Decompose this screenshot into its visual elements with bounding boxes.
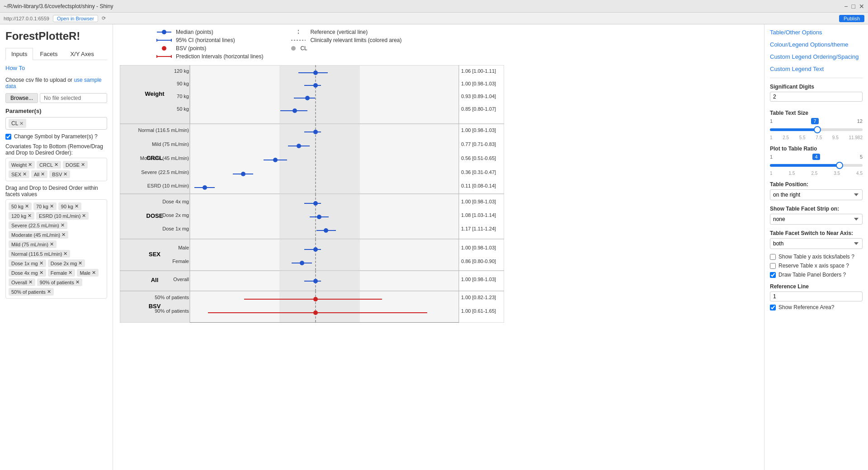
ref-line-label: Reference Line [770, 283, 863, 290]
cov-tag-sex-x[interactable]: ✕ [23, 171, 27, 177]
parameter-input[interactable]: CL ✕ [5, 117, 107, 130]
fv-mild[interactable]: Mild (75 mL/min) ✕ [9, 240, 57, 248]
svg-text:1.00 [0.98-1.03]: 1.00 [0.98-1.03] [461, 81, 496, 86]
cov-tag-all-x[interactable]: ✕ [41, 171, 45, 177]
reserve-x-checkbox[interactable] [770, 263, 776, 269]
browser-url: http://127.0.0.1:6559 [4, 16, 49, 21]
cov-tag-weight[interactable]: Weight ✕ [9, 161, 35, 169]
open-browser-button[interactable]: Open in Browser [53, 15, 98, 22]
svg-text:0.86 [0.80-0.90]: 0.86 [0.80-0.90] [461, 258, 496, 264]
ref-line-input[interactable] [770, 291, 863, 301]
table-text-size-value: 7 [811, 118, 818, 124]
reload-icon[interactable]: ⟳ [102, 15, 106, 21]
browse-button[interactable]: Browse... [5, 93, 38, 103]
drag-label: Drag and Drop to Desired Order within fa… [5, 185, 107, 197]
svg-point-26 [305, 96, 310, 100]
legend-pi-text: Prediction Intervals (horizontal lines) [176, 53, 263, 60]
reserve-x-label: Reserve Table x axis space ? [778, 263, 849, 269]
svg-text:0.36 [0.31-0.47]: 0.36 [0.31-0.47] [461, 169, 496, 175]
publish-button[interactable]: Publish [839, 15, 864, 22]
cov-tag-weight-x[interactable]: ✕ [28, 162, 32, 168]
svg-point-110 [313, 297, 318, 301]
show-ref-area-checkbox[interactable] [770, 305, 776, 310]
svg-text:Dose 2x mg: Dose 2x mg [162, 212, 189, 218]
sig-digits-label: Significant Digits [770, 84, 863, 90]
covariates-label: Covariates Top to Bottom (Remove/Drag an… [5, 143, 107, 156]
svg-text:Male: Male [178, 245, 189, 250]
svg-text:Normal (116.5 mL/min): Normal (116.5 mL/min) [138, 127, 189, 133]
svg-point-48 [273, 158, 278, 162]
close-icon[interactable]: ✕ [859, 3, 864, 10]
parameters-label: Parameter(s) [5, 108, 107, 114]
legend-bsv-dot-icon [156, 45, 172, 52]
fv-dose2x[interactable]: Dose 2x mg ✕ [48, 259, 85, 267]
show-table-facet-select[interactable]: none top bottom both [770, 214, 863, 225]
cov-tag-crcl[interactable]: CRCL ✕ [37, 161, 61, 169]
cov-tag-dose-x[interactable]: ✕ [81, 162, 85, 168]
cov-tag-sex[interactable]: SEX ✕ [9, 170, 29, 178]
legend-median-text: Median (points) [176, 29, 213, 35]
window-controls[interactable]: − □ ✕ [844, 3, 864, 10]
svg-text:50 kg: 50 kg [177, 106, 189, 112]
fv-dose4x[interactable]: Dose 4x mg ✕ [9, 269, 46, 277]
fv-male[interactable]: Male ✕ [77, 269, 99, 277]
checkbox-section: Show Table y axis ticks/labels ? Reserve… [770, 254, 863, 278]
svg-text:SEX: SEX [149, 251, 160, 258]
legend-crl: Clinically relevant limits (colored area… [290, 37, 401, 43]
fv-normal[interactable]: Normal (116.5 mL/min) ✕ [9, 250, 70, 258]
table-text-size-track[interactable] [770, 126, 863, 133]
fv-overall[interactable]: Overall ✕ [9, 278, 35, 286]
show-table-facet-label: Show Table Facet Strip on: [770, 206, 863, 212]
fv-90pct[interactable]: 90% of patients ✕ [37, 278, 82, 286]
reserve-x-row: Reserve Table x axis space ? [770, 263, 863, 269]
fv-severe[interactable]: Severe (22.5 mL/min) ✕ [9, 221, 67, 229]
table-facet-switch-select[interactable]: both x y none [770, 238, 863, 249]
fv-120kg[interactable]: 120 kg ✕ [9, 212, 34, 220]
fv-esrd[interactable]: ESRD (10 mL/min) ✕ [36, 212, 89, 220]
fv-dose1x[interactable]: Dose 1x mg ✕ [9, 259, 46, 267]
how-to-link[interactable]: How To [5, 65, 107, 71]
svg-point-68 [313, 201, 318, 206]
param-tag-remove[interactable]: ✕ [19, 121, 24, 127]
cov-tag-bsv[interactable]: BSV ✕ [49, 170, 70, 178]
fv-50pct[interactable]: 50% of patients ✕ [9, 288, 54, 296]
maximize-icon[interactable]: □ [852, 3, 855, 10]
main-layout: ForestPlotteR! Inputs Facets X/Y Axes Ho… [0, 24, 868, 470]
colour-legend-link[interactable]: Colour/Legend Options/theme [770, 41, 863, 48]
minimize-icon[interactable]: − [844, 3, 848, 10]
fv-female[interactable]: Female ✕ [48, 269, 75, 277]
table-position-select[interactable]: on the right on the left none [770, 189, 863, 200]
table-text-size-slider-row: 1 7 12 [770, 118, 863, 124]
sig-digits-input[interactable] [770, 92, 863, 102]
table-other-options-link[interactable]: Table/Other Options [770, 29, 863, 36]
tab-facets[interactable]: Facets [34, 48, 63, 60]
tab-xy-axes[interactable]: X/Y Axes [64, 48, 100, 60]
tab-inputs[interactable]: Inputs [5, 48, 33, 60]
legend-col-left: Median (points) 95% CI (horizontal lines… [156, 29, 263, 60]
svg-point-71 [317, 215, 321, 219]
fv-moderate[interactable]: Moderate (45 mL/min) ✕ [9, 231, 68, 239]
app-title: ForestPlotteR! [5, 30, 107, 42]
show-y-ticks-checkbox[interactable] [770, 254, 776, 260]
legend-crl-text: Clinically relevant limits (colored area… [310, 37, 401, 43]
window-bar: ~/R/win-library/3.6/covefectsplot/shiny … [0, 0, 868, 13]
cov-tag-all[interactable]: All ✕ [31, 170, 47, 178]
cov-tag-crcl-x[interactable]: ✕ [54, 162, 58, 168]
show-ref-area-row: Show Reference Area? [770, 304, 863, 310]
fv-90kg[interactable]: 90 kg ✕ [58, 202, 81, 210]
custom-legend-ordering-link[interactable]: Custom Legend Ordering/Spacing [770, 53, 863, 60]
cov-tag-dose[interactable]: DOSE ✕ [63, 161, 88, 169]
right-panel: Table/Other Options Colour/Legend Option… [764, 24, 868, 470]
fv-70kg[interactable]: 70 kg ✕ [33, 202, 57, 210]
change-symbol-checkbox[interactable] [5, 134, 11, 140]
table-text-size-label: Table Text Size [770, 110, 863, 116]
draw-borders-checkbox[interactable] [770, 272, 776, 278]
custom-legend-text-link[interactable]: Custom Legend Text [770, 66, 863, 72]
svg-rect-90 [459, 239, 504, 271]
svg-point-5 [162, 46, 166, 51]
file-upload-row: Browse... No file selected [5, 93, 107, 103]
cov-tag-bsv-x[interactable]: ✕ [63, 171, 67, 177]
fv-50kg[interactable]: 50 kg ✕ [9, 202, 32, 210]
plot-ratio-track[interactable] [770, 162, 863, 169]
show-ref-area-label: Show Reference Area? [778, 304, 834, 310]
